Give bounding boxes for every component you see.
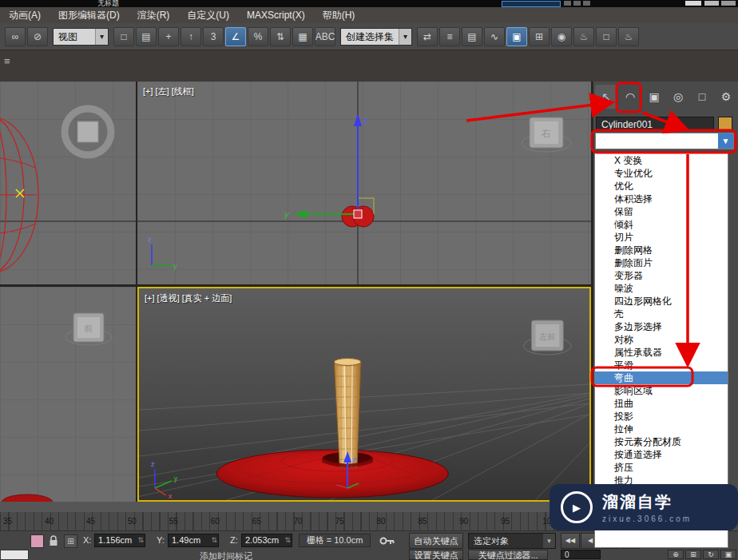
modifier-item[interactable]: 影响区域 xyxy=(595,384,728,397)
align-icon[interactable]: ≡ xyxy=(439,27,460,46)
select-and-link-icon[interactable]: ∞ xyxy=(5,27,26,46)
modifier-item[interactable]: 删除网格 xyxy=(595,244,728,256)
render-production-icon[interactable]: ♨ xyxy=(618,27,639,46)
viewport-left-wireframe[interactable]: [+] [左] [线框] xyxy=(137,81,591,284)
modifier-item[interactable]: 属性承载器 xyxy=(595,346,728,359)
chevron-down-icon[interactable]: ▾ xyxy=(399,29,411,45)
viewport-left-partial-bottom[interactable]: 前 xyxy=(0,287,136,502)
object-color-swatch[interactable] xyxy=(718,117,732,131)
angle-snap-icon[interactable]: ∠ xyxy=(225,27,246,46)
scene-explorer-icon[interactable]: ▣ xyxy=(506,27,527,46)
modifier-item[interactable]: 倾斜 xyxy=(595,218,728,231)
modifier-item[interactable]: 按元素分配材质 xyxy=(595,435,728,448)
schematic-view-icon[interactable]: ⊞ xyxy=(529,27,550,46)
title-search-box[interactable] xyxy=(502,1,561,7)
modifier-item[interactable]: X 变换 xyxy=(595,154,728,167)
object-name-field[interactable]: Cylinder001 xyxy=(596,117,714,131)
percent-snap-icon[interactable]: % xyxy=(248,27,268,46)
modifier-item[interactable]: 删除面片 xyxy=(595,256,728,269)
create-tab[interactable]: ↖ xyxy=(595,85,617,109)
set-keys-icon[interactable] xyxy=(379,534,396,551)
material-editor-icon[interactable]: ◉ xyxy=(551,27,572,46)
render-setup-icon[interactable]: ♨ xyxy=(573,27,594,46)
title-icon[interactable] xyxy=(573,1,581,6)
rendered-frame-icon[interactable]: □ xyxy=(596,27,617,46)
modifier-item[interactable]: 多边形选择 xyxy=(595,320,728,333)
modifier-item[interactable]: 变形器 xyxy=(595,269,728,282)
zoom-icon[interactable]: ⊕ xyxy=(668,550,684,559)
modifier-list-dropdown[interactable]: ▼ xyxy=(595,133,734,149)
modifier-item[interactable]: 保留 xyxy=(595,205,728,218)
menu-item[interactable]: 动画(A) xyxy=(0,7,50,23)
modifier-item[interactable]: 噪波 xyxy=(595,282,728,295)
utilities-tab[interactable]: ⚙ xyxy=(715,85,737,109)
modifier-item[interactable]: 壳 xyxy=(595,308,728,320)
transform-type-in-icon[interactable]: ⊞ xyxy=(64,534,77,548)
set-key-button[interactable]: 设置关键点 xyxy=(409,550,463,560)
orbit-icon[interactable]: ↻ xyxy=(703,550,719,559)
unlink-selection-icon[interactable]: ⊘ xyxy=(27,27,48,46)
modify-tab[interactable]: ◠ xyxy=(619,85,641,109)
select-and-move-icon[interactable]: + xyxy=(158,27,179,46)
select-by-name-icon[interactable]: ▤ xyxy=(136,27,157,46)
menu-item[interactable]: MAXScript(X) xyxy=(238,7,314,23)
mini-listener-white[interactable] xyxy=(0,550,29,560)
x-coordinate-field[interactable]: 1.156cm ⇅ xyxy=(94,534,145,547)
modifier-item[interactable]: 挤压 xyxy=(595,461,728,474)
viewport-label[interactable]: [+] [透视] [真实 + 边面] xyxy=(145,292,232,304)
select-object-icon[interactable]: □ xyxy=(113,27,134,46)
motion-tab[interactable]: ◎ xyxy=(667,85,689,109)
minimize-button[interactable] xyxy=(685,1,701,6)
edit-selection-set-icon[interactable]: ▦ xyxy=(292,27,313,46)
viewport-perspective[interactable]: [+] [透视] [真实 + 边面] xyxy=(137,287,591,502)
chevron-down-icon[interactable]: ▾ xyxy=(543,534,555,548)
spinner-snap-icon[interactable]: ⇅ xyxy=(270,27,291,46)
select-and-place-icon[interactable]: ↑ xyxy=(181,27,201,46)
modifier-item[interactable]: 四边形网格化 xyxy=(595,295,728,308)
curve-editor-icon[interactable]: ∿ xyxy=(484,27,505,46)
current-frame-field[interactable]: 0 xyxy=(561,550,601,559)
title-icon[interactable] xyxy=(583,1,590,6)
modifier-item[interactable]: 投影 xyxy=(595,410,728,423)
spinner-icon[interactable]: ⇅ xyxy=(137,535,144,546)
modifier-item[interactable]: 体积选择 xyxy=(595,193,728,205)
modifier-item[interactable]: 按通道选择 xyxy=(595,448,728,461)
snap-toggle-3d-icon[interactable]: 3 xyxy=(203,27,224,46)
modifier-item[interactable]: 扭曲 xyxy=(595,397,728,410)
display-tab[interactable]: □ xyxy=(691,85,713,109)
viewport-left-partial-top[interactable] xyxy=(0,81,136,284)
add-time-tag[interactable]: 添加时间标记 xyxy=(200,550,252,560)
selection-set-dropdown[interactable]: 创建选择集 ▾ xyxy=(340,28,412,46)
modifier-item[interactable]: 弯曲 xyxy=(595,371,728,384)
modifier-item[interactable]: 平滑 xyxy=(595,359,728,371)
modifier-item[interactable]: 切片 xyxy=(595,231,728,244)
menu-item[interactable]: 图形编辑器(D) xyxy=(50,7,129,23)
maxscript-mini-listener[interactable] xyxy=(30,534,44,548)
modifier-item[interactable]: 专业优化 xyxy=(595,167,728,180)
chevron-down-icon[interactable]: ▼ xyxy=(718,133,733,149)
menu-item[interactable]: 帮助(H) xyxy=(314,7,364,23)
maximize-button[interactable] xyxy=(704,1,719,6)
spinner-icon[interactable]: ⇅ xyxy=(211,535,217,546)
menu-item[interactable]: 渲染(R) xyxy=(129,7,179,23)
z-coordinate-field[interactable]: 2.053cm ⇅ xyxy=(241,534,292,547)
lock-selection-icon[interactable] xyxy=(48,534,59,550)
toolbar-overflow-icon[interactable]: ≡ xyxy=(4,55,10,67)
named-selection-abc-icon[interactable]: ABC xyxy=(315,27,335,46)
key-filters-button[interactable]: 关键点过滤器... xyxy=(468,550,548,560)
modifier-item[interactable]: 优化 xyxy=(595,180,728,193)
title-icon[interactable] xyxy=(564,1,571,6)
viewport-label[interactable]: [+] [左] [线框] xyxy=(143,85,194,97)
selection-filter-dropdown[interactable]: 选定对象 ▾ xyxy=(468,533,556,549)
spinner-icon[interactable]: ⇅ xyxy=(284,535,291,546)
chevron-down-icon[interactable]: ▾ xyxy=(95,29,108,45)
hierarchy-tab[interactable]: ▣ xyxy=(643,85,665,109)
go-to-start-button[interactable]: ◀◀ xyxy=(561,533,580,549)
modifier-item[interactable]: 对称 xyxy=(595,333,728,346)
view-dropdown[interactable]: 视图 ▾ xyxy=(53,28,109,46)
mirror-icon[interactable]: ⇄ xyxy=(417,27,438,46)
layer-manager-icon[interactable]: ▤ xyxy=(462,27,482,46)
y-coordinate-field[interactable]: 1.49cm ⇅ xyxy=(168,534,219,547)
maximize-viewport-icon[interactable]: ▣ xyxy=(720,550,736,559)
zoom-extents-icon[interactable]: ⊞ xyxy=(685,550,701,559)
